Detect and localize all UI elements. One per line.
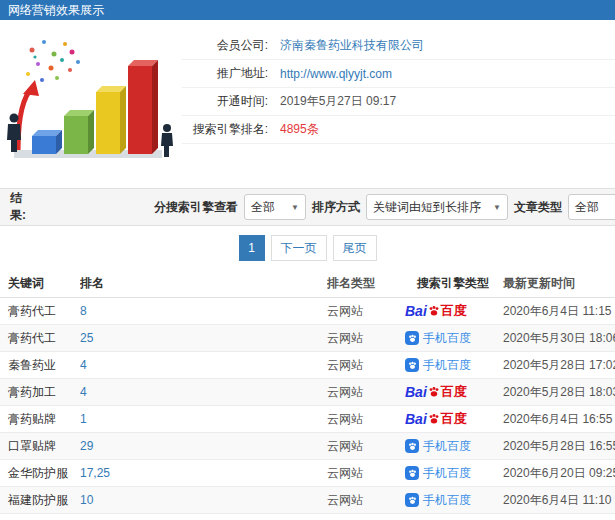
engine-cell: Bai 百度 手机百度 <box>405 383 489 401</box>
results-filter-bar: 结果: 分搜索引擎查看 全部 ▼ 排序方式 关键词由短到长排序 ▼ 文章类型 全… <box>0 188 615 226</box>
sort-select[interactable]: 关键词由短到长排序 ▼ <box>366 194 508 220</box>
sort-label: 排序方式 <box>312 199 360 216</box>
keyword-ranking-table: 关键词 排名 排名类型 搜索引擎类型 最新更新时间 膏药代工 8 云网站 Bai… <box>0 270 615 520</box>
header-keyword: 关键词 <box>0 275 80 292</box>
table-row: 口罩贴牌 29 云网站 Bai 百度 手机百度 2020年5月28日 16:55 <box>0 433 615 460</box>
baidu-logo: Bai 百度 <box>405 410 467 428</box>
keyword-cell: 口罩贴牌 <box>0 438 80 455</box>
page-title-bar: 网络营销效果展示 <box>0 0 615 20</box>
mobile-baidu-icon <box>405 439 419 453</box>
engine-cell: Bai 百度 手机百度 <box>405 492 489 509</box>
engine-cell: Bai 百度 手机百度 <box>405 330 489 347</box>
filter-controls: 分搜索引擎查看 全部 ▼ 排序方式 关键词由短到长排序 ▼ 文章类型 全部 ▼ … <box>154 194 615 220</box>
table-row: 金华防护服 17,25 云网站 Bai 百度 手机百度 2020年6月20日 0… <box>0 460 615 487</box>
baidu-mobile-logo: 手机百度 <box>405 438 471 455</box>
rank-type-cell: 云网站 <box>327 384 405 401</box>
update-time-cell: 2020年5月30日 18:06 <box>489 330 615 347</box>
rank-link[interactable]: 17,25 <box>80 466 110 480</box>
rank-type-cell: 云网站 <box>327 492 405 509</box>
rank-type-cell: 云网站 <box>327 330 405 347</box>
table-row: 膏药贴牌 1 云网站 Bai 百度 手机百度 2020年6月4日 16:55 <box>0 406 615 433</box>
keyword-cell: 膏药加工 <box>0 384 80 401</box>
engine-filter-select[interactable]: 全部 ▼ <box>244 194 306 220</box>
engine-cell: Bai 百度 手机百度 <box>405 438 489 455</box>
rank-link[interactable]: 29 <box>80 439 93 453</box>
update-time-cell: 2020年5月28日 17:02 <box>489 357 615 374</box>
chevron-down-icon: ▼ <box>291 203 299 212</box>
update-time-cell: 2020年5月28日 16:55 <box>489 438 615 455</box>
confetti-dots-graphic <box>26 40 80 82</box>
open-time-value: 2019年5月27日 09:17 <box>280 93 396 110</box>
baidu-paw-icon <box>428 386 440 398</box>
rank-count-label: 搜索引擎排名: <box>182 121 268 138</box>
businessman-right-icon <box>161 124 173 157</box>
member-company-link[interactable]: 济南秦鲁药业科技有限公司 <box>280 37 424 54</box>
keyword-cell: 膏药代工 <box>0 303 80 320</box>
baidu-paw-icon <box>428 305 440 317</box>
update-time-cell: 2020年6月4日 11:10 <box>489 492 615 509</box>
baidu-paw-icon <box>428 413 440 425</box>
table-row: 膏药代工 25 云网站 Bai 百度 手机百度 2020年5月30日 18:06 <box>0 325 615 352</box>
engine-filter-selected-value: 全部 <box>251 199 275 216</box>
header-engine-type: 搜索引擎类型 <box>405 275 489 292</box>
company-label: 会员公司: <box>182 37 268 54</box>
open-time-label: 开通时间: <box>182 93 268 110</box>
rank-link[interactable]: 4 <box>80 385 87 399</box>
baidu-mobile-logo: 手机百度 <box>405 357 471 374</box>
baidu-logo: Bai 百度 <box>405 302 467 320</box>
pagination-last-button[interactable]: 尾页 <box>333 235 377 261</box>
rank-link[interactable]: 10 <box>80 493 93 507</box>
info-row-rank-count: 搜索引擎排名: 4895条 <box>182 116 615 144</box>
baidu-mobile-logo: 手机百度 <box>405 492 471 509</box>
rank-link[interactable]: 4 <box>80 358 87 372</box>
baidu-logo: Bai 百度 <box>405 383 467 401</box>
promo-url-link[interactable]: http://www.qlyyjt.com <box>280 67 392 81</box>
keyword-cell: 金华防护服 <box>0 465 80 482</box>
mobile-baidu-icon <box>405 331 419 345</box>
rank-type-cell: 云网站 <box>327 357 405 374</box>
engine-cell: Bai 百度 手机百度 <box>405 465 489 482</box>
keyword-cell: 膏药贴牌 <box>0 411 80 428</box>
mobile-baidu-icon <box>405 466 419 480</box>
member-info-list: 会员公司: 济南秦鲁药业科技有限公司 推广地址: http://www.qlyy… <box>182 20 615 144</box>
mobile-baidu-icon <box>405 358 419 372</box>
results-section-label: 结果: <box>10 190 26 224</box>
rank-type-cell: 云网站 <box>327 438 405 455</box>
article-type-label: 文章类型 <box>514 199 562 216</box>
table-row: Bai 百度 手机百度 <box>0 514 615 520</box>
update-time-cell: 2020年6月4日 11:15 <box>489 303 615 320</box>
member-info-section: 会员公司: 济南秦鲁药业科技有限公司 推广地址: http://www.qlyy… <box>0 20 615 188</box>
table-row: 膏药代工 8 云网站 Bai 百度 手机百度 2020年6月4日 11:15 <box>0 298 615 325</box>
pagination-next-button[interactable]: 下一页 <box>271 235 327 261</box>
rank-link[interactable]: 8 <box>80 304 87 318</box>
engine-cell: Bai 百度 手机百度 <box>405 357 489 374</box>
chevron-down-icon: ▼ <box>493 203 501 212</box>
rank-link[interactable]: 1 <box>80 412 87 426</box>
rank-link[interactable]: 25 <box>80 331 93 345</box>
rank-type-cell: 云网站 <box>327 303 405 320</box>
header-rank-type: 排名类型 <box>327 275 405 292</box>
table-row: 膏药加工 4 云网站 Bai 百度 手机百度 2020年5月28日 18:03 <box>0 379 615 406</box>
rank-type-cell: 云网站 <box>327 411 405 428</box>
engine-cell: Bai 百度 手机百度 <box>405 302 489 320</box>
info-row-url: 推广地址: http://www.qlyyjt.com <box>182 60 615 88</box>
update-time-cell: 2020年6月20日 09:25 <box>489 465 615 482</box>
pagination: 1 下一页 尾页 <box>0 226 615 270</box>
article-type-selected-value: 全部 <box>575 199 599 216</box>
table-body: 膏药代工 8 云网站 Bai 百度 手机百度 2020年6月4日 11:15 <box>0 298 615 520</box>
bar-chart-graphic <box>14 60 162 158</box>
baidu-mobile-logo: 手机百度 <box>405 465 471 482</box>
keyword-cell: 秦鲁药业 <box>0 357 80 374</box>
marketing-clipart-illustration <box>2 32 174 182</box>
pagination-page-1[interactable]: 1 <box>239 235 265 261</box>
table-row: 秦鲁药业 4 云网站 Bai 百度 手机百度 2020年5月28日 17:02 <box>0 352 615 379</box>
article-type-select[interactable]: 全部 ▼ <box>568 194 615 220</box>
info-row-company: 会员公司: 济南秦鲁药业科技有限公司 <box>182 32 615 60</box>
sort-selected-value: 关键词由短到长排序 <box>373 199 481 216</box>
engine-filter-label: 分搜索引擎查看 <box>154 199 238 216</box>
keyword-cell: 膏药代工 <box>0 330 80 347</box>
table-header-row: 关键词 排名 排名类型 搜索引擎类型 最新更新时间 <box>0 270 615 298</box>
update-time-cell: 2020年5月28日 18:03 <box>489 384 615 401</box>
mobile-baidu-icon <box>405 493 419 507</box>
page-title: 网络营销效果展示 <box>8 3 104 17</box>
